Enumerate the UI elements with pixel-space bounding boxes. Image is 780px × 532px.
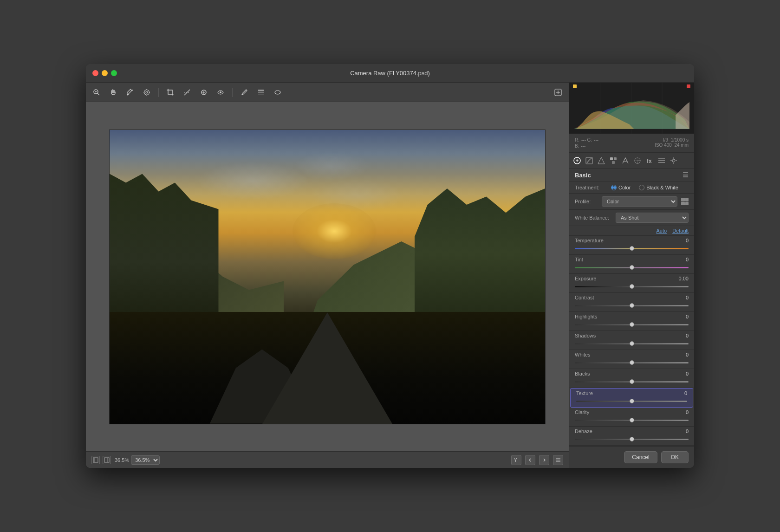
profile-label: Profile: bbox=[575, 199, 598, 204]
slider-value-exposure: 0.00 bbox=[676, 276, 689, 281]
effects-icon[interactable] bbox=[657, 156, 666, 165]
auto-default-row: Auto Default bbox=[569, 226, 694, 236]
section-title: Basic bbox=[575, 172, 591, 179]
slider-thumb-shadows[interactable] bbox=[630, 341, 634, 346]
color-label: Color bbox=[618, 185, 630, 190]
shutter-speed: 1/1000 s bbox=[671, 137, 689, 143]
profile-select[interactable]: Color bbox=[602, 196, 677, 207]
g-value: --- bbox=[594, 137, 598, 143]
graduated-filter-tool[interactable] bbox=[256, 87, 266, 97]
camera-raw-window: Camera Raw (FLY00374.psd) bbox=[86, 64, 694, 468]
crop-tool[interactable] bbox=[165, 87, 176, 97]
slider-track-texture[interactable] bbox=[576, 401, 687, 402]
profile-browse-button[interactable] bbox=[681, 198, 689, 205]
slider-row-blacks: Blacks0 bbox=[569, 369, 694, 388]
frame-left-icon[interactable] bbox=[91, 456, 100, 464]
slider-label-temperature: Temperature bbox=[575, 238, 604, 243]
close-button[interactable] bbox=[92, 70, 98, 76]
hsl-icon[interactable] bbox=[597, 156, 605, 165]
redeye-tool[interactable] bbox=[215, 87, 226, 97]
y-button[interactable]: Y bbox=[511, 455, 521, 465]
slider-thumb-highlights[interactable] bbox=[630, 322, 634, 327]
slider-row-whites: Whites0 bbox=[569, 350, 694, 369]
frame-right-icon[interactable] bbox=[103, 456, 111, 464]
hand-tool[interactable] bbox=[108, 87, 118, 97]
svg-point-4 bbox=[127, 94, 129, 95]
save-to-bridge-button[interactable] bbox=[553, 87, 563, 97]
shadow-clipping-indicator[interactable] bbox=[687, 84, 690, 88]
slider-track-exposure[interactable] bbox=[575, 286, 689, 287]
slider-label-contrast: Contrast bbox=[575, 295, 594, 300]
slider-track-dehaze[interactable] bbox=[575, 439, 689, 440]
section-menu-icon[interactable]: ☰ bbox=[682, 171, 689, 179]
minimize-button[interactable] bbox=[102, 70, 108, 76]
panel-toolbar: fx bbox=[569, 153, 694, 169]
nav-next-button[interactable] bbox=[539, 455, 549, 465]
basic-panel-icon[interactable] bbox=[573, 156, 581, 165]
targeted-adj-tool[interactable] bbox=[142, 87, 152, 97]
wb-select[interactable]: As Shot bbox=[616, 213, 689, 223]
slider-thumb-clarity[interactable] bbox=[630, 418, 634, 422]
clouds bbox=[175, 144, 436, 218]
zoom-select[interactable]: 36.5% 25% 50% 100% bbox=[131, 455, 160, 465]
slider-thumb-blacks[interactable] bbox=[630, 379, 634, 384]
svg-rect-20 bbox=[93, 458, 98, 462]
color-grading-icon[interactable] bbox=[609, 156, 618, 165]
straighten-tool[interactable] bbox=[182, 87, 192, 97]
camera-info: R: --- G: --- B: --- f/9 1/100 bbox=[569, 134, 694, 153]
filmstrip-menu-button[interactable] bbox=[553, 455, 563, 465]
svg-rect-16 bbox=[258, 91, 264, 93]
transform-icon[interactable]: fx bbox=[645, 156, 654, 165]
fullscreen-button[interactable] bbox=[111, 70, 117, 76]
toolbar bbox=[86, 83, 569, 102]
slider-track-highlights[interactable] bbox=[575, 324, 689, 325]
heal-tool[interactable] bbox=[199, 87, 209, 97]
slider-track-blacks[interactable] bbox=[575, 381, 689, 383]
zoom-tool[interactable] bbox=[91, 87, 102, 97]
slider-track-clarity[interactable] bbox=[575, 420, 689, 421]
auto-button[interactable]: Auto bbox=[656, 228, 667, 234]
slider-row-tint: Tint0 bbox=[569, 255, 694, 274]
slider-thumb-texture[interactable] bbox=[630, 399, 634, 403]
bw-radio[interactable]: Black & White bbox=[639, 185, 678, 190]
slider-thumb-tint[interactable] bbox=[630, 265, 634, 270]
slider-thumb-temperature[interactable] bbox=[630, 246, 634, 251]
color-sampler-tool[interactable] bbox=[125, 87, 135, 97]
main-content: 36.5% 36.5% 25% 50% 100% Y bbox=[86, 83, 694, 468]
slider-track-whites[interactable] bbox=[575, 362, 689, 363]
zoom-value: 36.5% bbox=[115, 457, 129, 463]
tone-curve-icon[interactable] bbox=[585, 156, 593, 165]
ok-button[interactable]: OK bbox=[661, 451, 689, 463]
slider-thumb-dehaze[interactable] bbox=[630, 437, 634, 441]
wb-label: White Balance: bbox=[575, 215, 612, 221]
slider-track-shadows[interactable] bbox=[575, 343, 689, 344]
slider-thumb-contrast[interactable] bbox=[630, 303, 634, 308]
svg-point-6 bbox=[146, 91, 148, 93]
slider-track-contrast[interactable] bbox=[575, 305, 689, 306]
slider-label-clarity: Clarity bbox=[575, 409, 589, 415]
lens-corrections-icon[interactable] bbox=[633, 156, 642, 165]
detail-icon[interactable] bbox=[621, 156, 630, 165]
slider-value-shadows: 0 bbox=[676, 333, 689, 338]
slider-label-blacks: Blacks bbox=[575, 371, 590, 376]
slider-track-tint[interactable] bbox=[575, 267, 689, 268]
grid-cell-4 bbox=[685, 202, 689, 206]
slider-label-exposure: Exposure bbox=[575, 276, 596, 281]
zoom-control: 36.5% 36.5% 25% 50% 100% bbox=[115, 455, 160, 465]
svg-point-42 bbox=[672, 159, 675, 162]
slider-thumb-whites[interactable] bbox=[630, 360, 634, 365]
nav-prev-button[interactable] bbox=[525, 455, 535, 465]
radial-filter-tool[interactable] bbox=[273, 87, 283, 97]
slider-row-texture: Texture0 bbox=[570, 388, 693, 408]
calibration-icon[interactable] bbox=[670, 156, 678, 165]
slider-row-dehaze: Dehaze0 bbox=[569, 427, 694, 446]
highlight-clipping-indicator[interactable] bbox=[573, 84, 577, 88]
grid-cell-2 bbox=[685, 198, 689, 201]
slider-track-temperature[interactable] bbox=[575, 248, 689, 249]
rgb-values: R: --- G: --- B: --- bbox=[575, 137, 598, 149]
color-radio[interactable]: Color bbox=[611, 185, 630, 190]
slider-thumb-exposure[interactable] bbox=[630, 284, 634, 289]
cancel-button[interactable]: Cancel bbox=[624, 451, 657, 463]
brush-tool[interactable] bbox=[239, 87, 249, 97]
default-button[interactable]: Default bbox=[672, 228, 689, 234]
